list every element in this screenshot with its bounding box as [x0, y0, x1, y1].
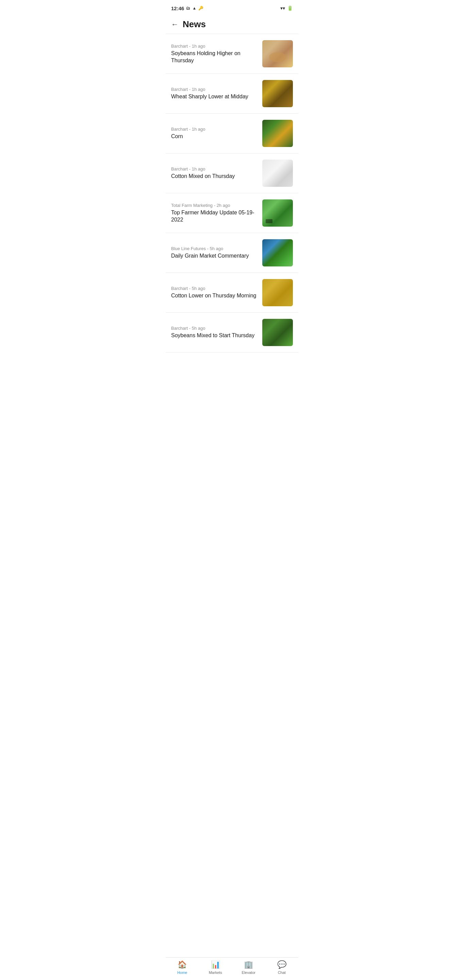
news-thumbnail	[262, 159, 293, 187]
news-thumbnail	[262, 80, 293, 107]
news-thumbnail	[262, 120, 293, 147]
news-source: Barchart - 5h ago	[171, 326, 258, 331]
markets-nav-label: Markets	[209, 970, 222, 975]
news-item[interactable]: Barchart - 1h ago Soybeans Holding Highe…	[166, 34, 298, 74]
news-content: Total Farm Marketing - 2h ago Top Farmer…	[171, 203, 262, 224]
location-icon: ▲	[192, 6, 196, 11]
markets-nav-icon: 📊	[211, 960, 220, 969]
news-title: Daily Grain Market Commentary	[171, 253, 258, 259]
status-right: ▾▾ 🔋	[280, 5, 293, 11]
news-list: Barchart - 1h ago Soybeans Holding Highe…	[166, 34, 298, 380]
nav-item-chat[interactable]: 💬 Chat	[265, 960, 299, 975]
nav-item-home[interactable]: 🏠 Home	[166, 960, 199, 975]
chat-nav-icon: 💬	[277, 960, 286, 969]
sim-icon: 🗂	[186, 6, 190, 11]
nav-item-elevator[interactable]: 🏢 Elevator	[232, 960, 265, 975]
news-title: Cotton Mixed on Thursday	[171, 173, 258, 180]
news-thumbnail	[262, 239, 293, 266]
news-title: Corn	[171, 133, 258, 140]
home-nav-icon: 🏠	[178, 960, 187, 969]
home-nav-label: Home	[177, 970, 187, 975]
elevator-nav-label: Elevator	[242, 970, 256, 975]
news-content: Barchart - 5h ago Cotton Lower on Thursd…	[171, 286, 262, 299]
status-bar: 12:46 🗂 ▲ 🔑 ▾▾ 🔋	[166, 0, 298, 15]
news-item[interactable]: Total Farm Marketing - 2h ago Top Farmer…	[166, 193, 298, 233]
news-title: Wheat Sharply Lower at Midday	[171, 93, 258, 100]
news-title: Cotton Lower on Thursday Morning	[171, 292, 258, 299]
news-content: Barchart - 1h ago Corn	[171, 127, 262, 140]
news-thumbnail	[262, 319, 293, 346]
news-title: Soybeans Mixed to Start Thursday	[171, 332, 258, 339]
news-source: Total Farm Marketing - 2h ago	[171, 203, 258, 208]
page-title: News	[183, 19, 206, 30]
time-display: 12:46	[171, 5, 184, 11]
wifi-icon: ▾▾	[280, 5, 285, 11]
back-button[interactable]: ←	[171, 20, 179, 29]
news-item[interactable]: Barchart - 1h ago Corn	[166, 114, 298, 153]
news-source: Barchart - 1h ago	[171, 87, 258, 92]
news-source: Barchart - 5h ago	[171, 286, 258, 291]
news-source: Barchart - 1h ago	[171, 127, 258, 132]
header: ← News	[166, 15, 298, 34]
news-content: Barchart - 1h ago Cotton Mixed on Thursd…	[171, 166, 262, 180]
bottom-nav: 🏠 Home 📊 Markets 🏢 Elevator 💬 Chat	[166, 957, 298, 980]
news-item[interactable]: Blue Line Futures - 5h ago Daily Grain M…	[166, 233, 298, 273]
news-item[interactable]: Barchart - 5h ago Soybeans Mixed to Star…	[166, 313, 298, 353]
news-item[interactable]: Barchart - 1h ago Cotton Mixed on Thursd…	[166, 153, 298, 193]
battery-icon: 🔋	[287, 5, 293, 11]
elevator-nav-icon: 🏢	[244, 960, 253, 969]
status-left: 12:46 🗂 ▲ 🔑	[171, 5, 203, 11]
back-arrow-icon: ←	[171, 20, 179, 29]
news-item[interactable]: Barchart - 1h ago Wheat Sharply Lower at…	[166, 74, 298, 114]
nav-item-markets[interactable]: 📊 Markets	[199, 960, 232, 975]
news-source: Blue Line Futures - 5h ago	[171, 246, 258, 251]
news-content: Barchart - 1h ago Soybeans Holding Highe…	[171, 43, 262, 64]
news-content: Blue Line Futures - 5h ago Daily Grain M…	[171, 246, 262, 259]
news-title: Top Farmer Midday Update 05-19-2022	[171, 209, 258, 224]
chat-nav-label: Chat	[278, 970, 286, 975]
news-title: Soybeans Holding Higher on Thursday	[171, 50, 258, 64]
news-source: Barchart - 1h ago	[171, 166, 258, 172]
news-thumbnail	[262, 199, 293, 227]
key-icon: 🔑	[198, 6, 203, 11]
news-thumbnail	[262, 40, 293, 67]
news-item[interactable]: Barchart - 5h ago Cotton Lower on Thursd…	[166, 273, 298, 313]
news-source: Barchart - 1h ago	[171, 43, 258, 49]
news-thumbnail	[262, 279, 293, 306]
news-content: Barchart - 1h ago Wheat Sharply Lower at…	[171, 87, 262, 100]
news-content: Barchart - 5h ago Soybeans Mixed to Star…	[171, 326, 262, 339]
